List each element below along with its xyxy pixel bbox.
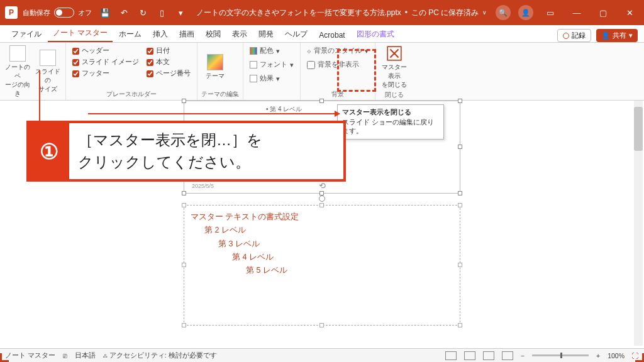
chk-page-number[interactable]: ページ番号 — [147, 69, 191, 78]
share-button[interactable]: 👤 共有 ▾ — [596, 29, 638, 42]
toggle-icon — [54, 8, 74, 18]
slide-size-button[interactable]: スライドの サイズ — [34, 45, 62, 98]
autosave-label: 自動保存 — [23, 8, 50, 18]
chk-slide-image[interactable]: スライド イメージ — [72, 58, 139, 67]
minimize-button[interactable]: — — [567, 8, 586, 18]
zoom-slider[interactable] — [532, 354, 589, 356]
status-lang-icon[interactable]: ⎚ — [63, 352, 67, 359]
step-number: ① — [29, 123, 69, 179]
chk-header[interactable]: ヘッダー — [72, 47, 139, 55]
window-title: ノートの文字の大きさやフォントを一括で変更する方法.pptx • この PC に… — [187, 8, 496, 18]
sorter-view-icon[interactable] — [464, 351, 475, 360]
highlight-box — [337, 49, 376, 92]
record-button[interactable]: 記録 — [557, 29, 591, 42]
qat-overflow-icon[interactable]: ▾ — [174, 6, 187, 19]
notes-orientation-button[interactable]: ノートのペ ージの向き — [4, 45, 31, 98]
autosave-state: オフ — [78, 8, 92, 18]
redo-icon[interactable]: ↻ — [136, 6, 150, 19]
vertical-scrollbar[interactable] — [634, 101, 643, 346]
corner-bracket — [635, 0, 644, 9]
tab-developer[interactable]: 開発 — [253, 26, 279, 42]
ribbon-options-icon[interactable]: ▭ — [541, 8, 560, 18]
undo-icon[interactable]: ↶ — [117, 6, 131, 19]
effects-button[interactable]: 効果 ▾ — [247, 73, 296, 84]
group-page-setup: ノートのペ ージの向き スライドの サイズ ページ設定 — [0, 43, 66, 100]
autosave-toggle[interactable]: 自動保存 オフ — [23, 8, 92, 18]
corner-bracket — [0, 0, 9, 9]
tab-help[interactable]: ヘルプ — [280, 26, 313, 42]
tab-review[interactable]: 校閲 — [201, 26, 226, 42]
group-close: マスター表示 を閉じる 閉じる — [375, 43, 413, 100]
ribbon-tabs: ファイル ノート マスター ホーム 挿入 描画 校閲 表示 開発 ヘルプ Acr… — [0, 25, 644, 43]
colors-button[interactable]: 配色 ▾ — [247, 45, 296, 57]
status-lang: 日本語 — [75, 351, 96, 360]
account-icon[interactable]: 👤 — [518, 5, 533, 20]
tab-insert[interactable]: 挿入 — [148, 26, 173, 42]
instruction-callout: ① ［マスター表示を閉…］をクリックしてください。 — [26, 121, 346, 182]
themes-button[interactable]: テーマ — [201, 45, 229, 89]
tab-view[interactable]: 表示 — [227, 26, 252, 42]
ribbon: ノートのペ ージの向き スライドの サイズ ページ設定 ヘッダー スライド イメ… — [0, 43, 644, 101]
tab-shape-format[interactable]: 図形の書式 — [352, 26, 399, 42]
group-theme-edit: テーマ テーマの編集 — [197, 43, 243, 100]
status-bar: ノート マスター ⎚ 日本語 ஃ アクセシビリティ: 検討が必要です − + 1… — [0, 348, 644, 362]
zoom-value[interactable]: 100% — [608, 352, 625, 359]
rotate-handle-icon[interactable] — [319, 195, 325, 202]
close-window-button[interactable]: ✕ — [620, 8, 639, 18]
tab-notes-master[interactable]: ノート マスター — [48, 25, 113, 42]
annotation-arrow-vertical — [39, 70, 40, 122]
reading-view-icon[interactable] — [483, 351, 494, 360]
group-theme-sub: 配色 ▾ フォント ▾ 効果 ▾ — [243, 43, 301, 100]
fonts-button[interactable]: フォント ▾ — [247, 59, 296, 70]
zoom-out-icon[interactable]: − — [521, 352, 525, 359]
normal-view-icon[interactable] — [445, 351, 457, 360]
tooltip: マスター表示を閉じる スライド ショーの編集に戻ります。 — [337, 104, 444, 140]
chk-date[interactable]: 日付 — [147, 47, 191, 55]
title-bar: P 自動保存 オフ 💾 ↶ ↻ ▯ ▾ ノートの文字の大きさやフォントを一括で変… — [0, 0, 644, 25]
status-access[interactable]: ஃ アクセシビリティ: 検討が必要です — [103, 351, 217, 360]
rotate-icon[interactable]: ⟲ — [319, 181, 326, 190]
status-view: ノート マスター — [5, 351, 55, 360]
slideshow-view-icon[interactable] — [502, 351, 513, 360]
tab-file[interactable]: ファイル — [6, 26, 47, 42]
tab-acrobat[interactable]: Acrobat — [314, 28, 350, 42]
corner-bracket — [0, 353, 9, 362]
start-show-icon[interactable]: ▯ — [155, 6, 169, 19]
search-icon[interactable]: 🔍 — [496, 5, 511, 20]
notes-body-placeholder[interactable]: マスター テキストの書式設定 第 2 レベル 第 3 レベル 第 4 レベル 第… — [184, 205, 460, 326]
tab-home[interactable]: ホーム — [114, 26, 147, 42]
save-icon[interactable]: 💾 — [98, 6, 112, 19]
group-placeholders: ヘッダー スライド イメージ フッター 日付 本文 ページ番号 プレースホルダー — [66, 43, 197, 100]
instruction-text: ［マスター表示を閉…］をクリックしてください。 — [69, 123, 343, 179]
maximize-button[interactable]: ▢ — [594, 8, 613, 18]
zoom-in-icon[interactable]: + — [596, 352, 600, 359]
corner-bracket — [635, 353, 644, 362]
annotation-arrow — [88, 113, 340, 114]
close-master-view-button[interactable]: マスター表示 を閉じる — [379, 45, 409, 89]
tab-draw[interactable]: 描画 — [174, 26, 199, 42]
chk-body[interactable]: 本文 — [147, 58, 191, 67]
chk-footer[interactable]: フッター — [72, 69, 139, 78]
